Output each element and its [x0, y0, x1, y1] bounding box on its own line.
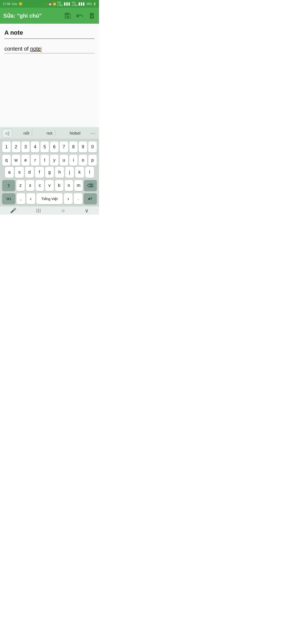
face-icon: 😊	[19, 2, 23, 6]
note-content-before: content of	[4, 46, 30, 52]
key-3[interactable]: 3	[21, 141, 30, 152]
key-n[interactable]: n	[65, 180, 73, 191]
autocomplete-word-2[interactable]: not	[44, 130, 55, 137]
asdf-row: a s d f g h j k l	[1, 167, 98, 178]
key-z[interactable]: z	[16, 180, 25, 191]
signal-lte1: Vo)LTE1	[57, 1, 63, 7]
key-p[interactable]: p	[88, 155, 97, 166]
key-b[interactable]: b	[55, 180, 64, 191]
key-0[interactable]: 0	[88, 141, 97, 152]
key-j[interactable]: j	[65, 167, 74, 178]
status-bar: 17:06 Zalo 😊 🌿 ⏰ 📶 Vo)LTE1 ▋▋▋ Vo)LTE2 ▋…	[0, 0, 99, 8]
status-left: 17:06 Zalo 😊	[3, 2, 23, 6]
wifi-icon: 📶	[53, 2, 56, 6]
chevron-right-key[interactable]: ›	[64, 193, 73, 204]
key-v[interactable]: v	[45, 180, 54, 191]
signal-bars2: ▋▋▋	[79, 2, 85, 6]
autocomplete-word-1[interactable]: nốt	[21, 130, 32, 137]
key-k[interactable]: k	[75, 167, 84, 178]
nav-bar: 🎤 ||| ○ ∨	[0, 206, 99, 215]
autocomplete-back-button[interactable]: ◁	[2, 129, 12, 138]
key-7[interactable]: 7	[60, 141, 68, 152]
keyboard-area: ◁ nốt not Nobel ··· 1 2 3 4 5 6 7 8 9 0 …	[0, 127, 99, 206]
autocomplete-bar: ◁ nốt not Nobel ···	[0, 127, 99, 139]
chevron-left-key[interactable]: ‹	[26, 193, 35, 204]
key-rows-container: 1 2 3 4 5 6 7 8 9 0 q w e r t y u i o p …	[0, 139, 99, 206]
key-c[interactable]: c	[35, 180, 44, 191]
signal-bars1: ▋▋▋	[64, 2, 71, 6]
key-4[interactable]: 4	[31, 141, 39, 152]
key-m[interactable]: m	[74, 180, 83, 191]
signal-lte2: Vo)LTE2	[72, 1, 78, 7]
key-q[interactable]: q	[2, 155, 11, 166]
shift-key[interactable]: ⇧	[2, 180, 15, 191]
key-l[interactable]: l	[85, 167, 94, 178]
note-title-input[interactable]	[4, 29, 95, 39]
alarm-icon: ⏰	[48, 2, 52, 6]
content-area: content of note	[0, 24, 99, 142]
autocomplete-words: nốt not Nobel	[15, 130, 89, 137]
key-8[interactable]: 8	[69, 141, 78, 152]
key-x[interactable]: x	[26, 180, 34, 191]
key-y[interactable]: y	[50, 155, 59, 166]
key-u[interactable]: u	[60, 155, 68, 166]
key-s[interactable]: s	[15, 167, 24, 178]
key-5[interactable]: 5	[40, 141, 49, 152]
bottom-row: !#1 , ‹ Tiếng Việt › . ↵	[1, 192, 98, 204]
app-bar-title: Sửa: "ghi chú"	[3, 12, 61, 19]
delete-button[interactable]	[88, 12, 96, 20]
key-i[interactable]: i	[69, 155, 78, 166]
backspace-key[interactable]: ⌫	[84, 180, 97, 191]
battery-percent: 26%	[86, 2, 92, 6]
home-button[interactable]: ○	[61, 208, 65, 214]
mic-button[interactable]: 🎤	[10, 208, 16, 214]
key-h[interactable]: h	[55, 167, 64, 178]
app-bar-actions	[64, 12, 96, 20]
undo-button[interactable]	[76, 12, 84, 20]
key-a[interactable]: a	[5, 167, 14, 178]
number-row: 1 2 3 4 5 6 7 8 9 0	[1, 140, 98, 152]
status-time: 17:06	[3, 2, 10, 6]
enter-key[interactable]: ↵	[84, 193, 97, 204]
note-content-underlined: note	[30, 46, 41, 52]
menu-button[interactable]: |||	[36, 208, 41, 213]
autocomplete-more-button[interactable]: ···	[89, 130, 97, 136]
key-2[interactable]: 2	[12, 141, 20, 152]
key-e[interactable]: e	[21, 155, 30, 166]
zxcv-row: ⇧ z x c v b n m ⌫	[1, 179, 98, 191]
zalo-icon: Zalo	[12, 2, 18, 6]
back-button[interactable]: ∨	[85, 207, 89, 214]
period-key[interactable]: .	[74, 193, 82, 204]
app-bar: Sửa: "ghi chú"	[0, 8, 99, 24]
key-w[interactable]: w	[12, 155, 20, 166]
comma-key[interactable]: ,	[16, 193, 25, 204]
key-g[interactable]: g	[45, 167, 54, 178]
note-content-wrapper[interactable]: content of note	[4, 44, 95, 53]
key-o[interactable]: o	[79, 155, 87, 166]
key-9[interactable]: 9	[79, 141, 87, 152]
key-f[interactable]: f	[35, 167, 44, 178]
key-1[interactable]: 1	[2, 141, 11, 152]
leaf-icon: 🌿	[44, 2, 47, 6]
autocomplete-word-3[interactable]: Nobel	[67, 130, 83, 137]
battery-icon: 🔋	[93, 2, 96, 6]
key-t[interactable]: t	[40, 155, 49, 166]
special-key[interactable]: !#1	[2, 193, 15, 204]
qwerty-row: q w e r t y u i o p	[1, 154, 98, 166]
key-d[interactable]: d	[25, 167, 34, 178]
status-right: 🌿 ⏰ 📶 Vo)LTE1 ▋▋▋ Vo)LTE2 ▋▋▋ 26% 🔋	[44, 1, 96, 7]
text-cursor	[41, 47, 42, 53]
key-r[interactable]: r	[31, 155, 39, 166]
language-key[interactable]: Tiếng Việt	[36, 193, 63, 204]
key-6[interactable]: 6	[50, 141, 59, 152]
save-button[interactable]	[64, 12, 72, 20]
